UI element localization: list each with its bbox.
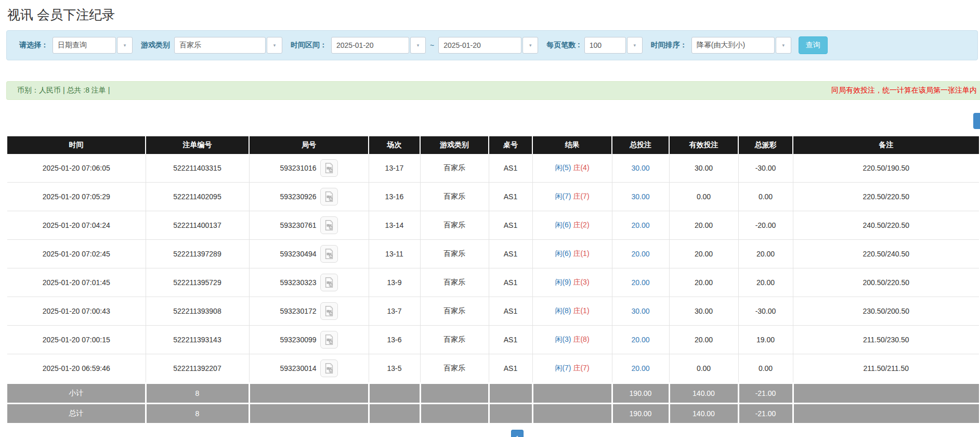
cell-total-bet: 30.00 bbox=[612, 183, 669, 211]
chevron-down-icon: ▾ bbox=[633, 43, 636, 48]
total-bet-link[interactable]: 30.00 bbox=[631, 307, 649, 315]
cell-table-no: AS1 bbox=[489, 354, 532, 383]
search-button[interactable]: 查询 bbox=[799, 36, 828, 54]
date-from-input[interactable] bbox=[331, 37, 409, 54]
cell-session: 13-6 bbox=[369, 326, 420, 354]
cell-time: 2025-01-20 07:02:45 bbox=[7, 240, 146, 268]
table-row: 2025-01-20 07:00:15522211393143593230099… bbox=[7, 326, 979, 354]
video-record-button[interactable] bbox=[320, 216, 338, 234]
cell-session: 13-5 bbox=[369, 354, 420, 383]
cell-remark: 240.50/220.50 bbox=[793, 211, 979, 240]
cell-session: 13-9 bbox=[369, 268, 420, 297]
cell-round-id: 593230926 bbox=[249, 183, 369, 211]
export-button-partial[interactable] bbox=[973, 113, 980, 129]
round-id-text: 593230099 bbox=[280, 336, 316, 344]
game-type-label: 游戏类别 bbox=[141, 41, 170, 50]
round-id-wrap: 593230494 bbox=[280, 245, 337, 263]
chevron-down-icon: ▾ bbox=[417, 43, 420, 48]
total-bet-link[interactable]: 30.00 bbox=[631, 192, 649, 201]
date-from-caret-button[interactable]: ▾ bbox=[410, 37, 426, 54]
result-banker: 庄(1) bbox=[573, 249, 589, 258]
cell-bet-id: 522211402095 bbox=[146, 183, 249, 211]
round-id-text: 593230014 bbox=[280, 364, 316, 372]
column-header-8: 有效投注 bbox=[669, 136, 738, 154]
cell-payout: -30.00 bbox=[738, 154, 793, 183]
cell-game-type: 百家乐 bbox=[420, 354, 489, 383]
cell-session: 13-11 bbox=[369, 240, 420, 268]
chevron-down-icon: ▾ bbox=[124, 43, 126, 48]
page-size-input[interactable] bbox=[584, 37, 626, 54]
cell-session: 13-17 bbox=[369, 154, 420, 183]
video-record-icon bbox=[323, 248, 335, 260]
footer-valid-bet: 140.00 bbox=[669, 383, 738, 404]
video-record-button[interactable] bbox=[320, 359, 338, 377]
footer-valid-bet: 140.00 bbox=[669, 404, 738, 423]
footer-empty bbox=[793, 404, 979, 423]
video-record-button[interactable] bbox=[320, 159, 338, 177]
cell-result: 闲(9) 庄(3) bbox=[532, 268, 612, 297]
table-row: 2025-01-20 06:59:46522211392207593230014… bbox=[7, 354, 979, 383]
game-type-input[interactable] bbox=[174, 37, 266, 54]
cell-round-id: 593230014 bbox=[249, 354, 369, 383]
video-record-button[interactable] bbox=[320, 188, 338, 205]
total-bet-link[interactable]: 20.00 bbox=[631, 278, 649, 287]
column-header-4: 游戏类别 bbox=[420, 136, 489, 154]
result-player: 闲(8) bbox=[555, 306, 571, 315]
cell-remark: 200.50/220.50 bbox=[793, 268, 979, 297]
cell-result: 闲(5) 庄(4) bbox=[532, 154, 612, 183]
date-to-caret-button[interactable]: ▾ bbox=[522, 37, 538, 54]
table-row: 2025-01-20 07:02:45522211397289593230494… bbox=[7, 240, 979, 268]
cell-bet-id: 522211392207 bbox=[146, 354, 249, 383]
select-type-caret-button[interactable]: ▾ bbox=[117, 37, 133, 54]
cell-valid-bet: 20.00 bbox=[669, 326, 738, 354]
subtotal-row: 小计8190.00140.00-21.00 bbox=[7, 383, 979, 404]
cell-session: 13-16 bbox=[369, 183, 420, 211]
page-size-caret-button[interactable]: ▾ bbox=[627, 37, 643, 54]
footer-label: 总计 bbox=[7, 404, 146, 423]
footer-count: 8 bbox=[146, 404, 249, 423]
video-record-icon bbox=[323, 305, 335, 317]
total-bet-link[interactable]: 30.00 bbox=[631, 164, 649, 172]
round-id-wrap: 593230014 bbox=[280, 359, 337, 377]
cell-bet-id: 522211395729 bbox=[146, 268, 249, 297]
chevron-down-icon: ▾ bbox=[273, 43, 276, 48]
video-record-button[interactable] bbox=[320, 274, 338, 291]
video-record-button[interactable] bbox=[320, 245, 338, 263]
cell-round-id: 593230323 bbox=[249, 268, 369, 297]
time-sort-input[interactable] bbox=[691, 37, 775, 54]
cell-valid-bet: 20.00 bbox=[669, 211, 738, 240]
footer-empty bbox=[793, 383, 979, 404]
total-bet-link[interactable]: 20.00 bbox=[631, 336, 649, 344]
video-record-icon bbox=[323, 363, 335, 374]
cell-game-type: 百家乐 bbox=[420, 326, 489, 354]
cell-round-id: 593230172 bbox=[249, 297, 369, 326]
date-to-input[interactable] bbox=[438, 37, 521, 54]
video-record-icon bbox=[323, 191, 335, 202]
video-record-button[interactable] bbox=[320, 302, 338, 320]
total-bet-link[interactable]: 20.00 bbox=[631, 221, 649, 229]
video-record-button[interactable] bbox=[320, 331, 338, 349]
total-bet-link[interactable]: 20.00 bbox=[631, 364, 649, 372]
date-from-combo: ▾ bbox=[331, 37, 426, 54]
select-type-combo: ▾ bbox=[53, 37, 133, 54]
total-bet-link[interactable]: 20.00 bbox=[631, 250, 649, 258]
time-sort-caret-button[interactable]: ▾ bbox=[776, 37, 791, 54]
cell-remark: 211.50/230.50 bbox=[793, 326, 979, 354]
cell-game-type: 百家乐 bbox=[420, 183, 489, 211]
cell-time: 2025-01-20 07:00:15 bbox=[7, 326, 146, 354]
cell-remark: 220.50/190.50 bbox=[793, 154, 979, 183]
notice-text: 同局有效投注，统一计算在该局第一张注单内 bbox=[831, 86, 977, 95]
result-banker: 庄(4) bbox=[573, 163, 589, 172]
game-type-caret-button[interactable]: ▾ bbox=[267, 37, 282, 54]
cell-time: 2025-01-20 07:00:43 bbox=[7, 297, 146, 326]
select-type-input[interactable] bbox=[53, 37, 116, 54]
footer-empty bbox=[532, 404, 612, 423]
cell-table-no: AS1 bbox=[489, 240, 532, 268]
cell-time: 2025-01-20 07:06:05 bbox=[7, 154, 146, 183]
pagination-page-1[interactable]: 1 bbox=[511, 430, 524, 437]
cell-bet-id: 522211400137 bbox=[146, 211, 249, 240]
footer-empty bbox=[249, 383, 369, 404]
cell-result: 闲(6) 庄(1) bbox=[532, 240, 612, 268]
footer-count: 8 bbox=[146, 383, 249, 404]
table-row: 2025-01-20 07:05:29522211402095593230926… bbox=[7, 183, 979, 211]
